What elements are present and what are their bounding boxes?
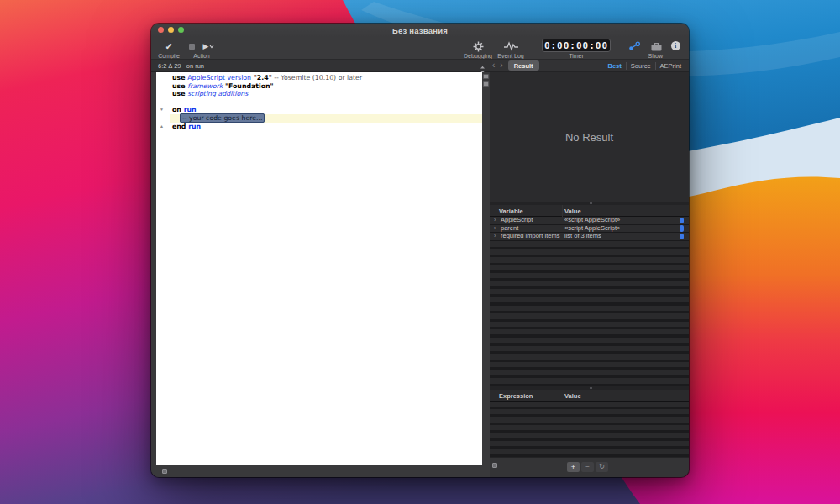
stop-icon[interactable] <box>189 44 195 50</box>
expressions-col-value[interactable]: Value <box>564 392 581 400</box>
code-line[interactable] <box>156 98 482 107</box>
empty-table-row <box>490 249 689 257</box>
empty-table-row <box>490 362 689 370</box>
empty-table-row <box>490 281 689 290</box>
variable-value: «script AppleScript» <box>564 217 620 224</box>
variable-name: required import items <box>501 233 559 240</box>
code-token: "2.4" <box>251 74 272 81</box>
empty-table-row <box>490 402 689 409</box>
empty-table-row <box>490 289 689 297</box>
mode-aeprint[interactable]: AEPrint <box>655 62 685 70</box>
close-button[interactable] <box>158 27 164 33</box>
code-line[interactable]: end run <box>156 123 482 131</box>
result-display: No Result <box>490 72 689 202</box>
code-token: AppleScript version <box>187 74 251 81</box>
info-icon[interactable]: i <box>671 41 680 50</box>
history-forward-icon[interactable]: › <box>497 62 505 69</box>
empty-table-row <box>490 322 689 330</box>
empty-table-row <box>490 370 689 378</box>
empty-table-row <box>490 338 689 346</box>
title-bar[interactable]: Без названия <box>151 24 689 37</box>
value-detail-button[interactable] <box>680 234 684 240</box>
debugging-gear-icon[interactable] <box>473 41 484 52</box>
chevron-down-icon <box>209 45 214 49</box>
expressions-footer: + − ↻ <box>490 457 689 477</box>
disclosure-icon[interactable]: › <box>494 217 496 224</box>
empty-table-row <box>490 425 689 433</box>
code-token: run <box>188 123 201 130</box>
debugging-label: Debugging <box>464 53 492 59</box>
code-line[interactable]: use framework "Foundation" <box>156 82 482 91</box>
remove-expression-button[interactable]: − <box>581 462 594 472</box>
result-mode-switch: BestSourceAEPrint <box>604 60 685 71</box>
code-editor[interactable]: ▼▲ use AppleScript version "2.4" -- Yose… <box>156 72 482 465</box>
editor-bottom-bar <box>151 465 490 477</box>
split-editor-icon[interactable] <box>162 469 167 474</box>
pane-resize-icon[interactable] <box>492 463 497 468</box>
no-result-text: No Result <box>565 131 613 144</box>
empty-table-row <box>490 257 689 265</box>
variable-name: AppleScript <box>501 217 533 224</box>
empty-table-row <box>490 241 689 249</box>
scrollbar-mark-icon[interactable] <box>483 74 489 79</box>
empty-table-row <box>490 306 689 314</box>
event-log-waveform-icon[interactable] <box>504 41 518 51</box>
variables-col-variable[interactable]: Variable <box>499 207 523 215</box>
tab-result[interactable]: Result <box>508 60 539 71</box>
code-token: -- Yosemite (10.10) or later <box>272 74 362 81</box>
empty-table-row <box>490 433 689 441</box>
mode-best[interactable]: Best <box>604 62 626 70</box>
disclosure-icon[interactable]: › <box>494 233 496 240</box>
empty-table-row <box>490 265 689 274</box>
empty-table-row <box>490 273 689 281</box>
zoom-button[interactable] <box>178 27 184 33</box>
variable-value: list of 3 items <box>564 233 601 240</box>
compile-icon[interactable]: ✓ <box>165 41 172 51</box>
code-line[interactable]: -- your code goes here... <box>170 114 482 123</box>
scrollbar-mark-icon[interactable] <box>483 81 489 87</box>
code-line[interactable]: use AppleScript version "2.4" -- Yosemit… <box>156 74 482 82</box>
briefcase-icon[interactable] <box>651 42 662 51</box>
code-lines: use AppleScript version "2.4" -- Yosemit… <box>156 74 482 130</box>
variable-value: «script AppleScript» <box>564 225 620 233</box>
editor-scrollbar[interactable] <box>482 72 490 465</box>
refresh-expressions-button[interactable]: ↻ <box>596 462 608 472</box>
mode-source[interactable]: Source <box>626 62 655 70</box>
code-token: framework <box>187 82 223 90</box>
empty-table-row <box>490 354 689 362</box>
value-detail-button[interactable] <box>680 225 684 232</box>
variables-col-value[interactable]: Value <box>564 207 581 215</box>
script-debugger-window: Без названия ✓ Compile ▶ Action Debuggin… <box>151 24 689 477</box>
code-token: use <box>172 74 187 81</box>
selected-text: -- your code goes here... <box>180 113 265 123</box>
code-line[interactable]: use scripting additions <box>156 90 482 98</box>
empty-table-row <box>490 409 689 417</box>
toolbar: ✓ Compile ▶ Action Debugging Event Log <box>151 37 689 59</box>
table-row[interactable]: ›required import itemslist of 3 items <box>490 233 689 241</box>
result-pane: No Result Variable Value ›AppleScript«sc… <box>490 72 689 477</box>
disclosure-icon[interactable]: › <box>494 225 496 233</box>
code-token: scripting additions <box>187 90 248 97</box>
empty-table-row <box>490 441 689 449</box>
variable-name: parent <box>501 225 518 233</box>
expressions-col-expression[interactable]: Expression <box>499 392 533 400</box>
empty-table-row <box>490 297 689 306</box>
timer-label: Timer <box>569 53 584 59</box>
editor-gutter: ▼▲ <box>156 72 170 465</box>
code-token: "Foundation" <box>223 82 273 90</box>
run-button[interactable]: ▶ <box>203 42 215 50</box>
empty-table-row <box>490 378 689 386</box>
play-icon: ▶ <box>203 42 209 50</box>
code-token: use <box>172 82 187 90</box>
value-detail-button[interactable] <box>680 218 684 224</box>
history-back-icon[interactable]: ‹ <box>490 62 497 69</box>
empty-table-row <box>490 449 689 456</box>
empty-table-row <box>490 417 689 425</box>
add-expression-button[interactable]: + <box>567 462 580 472</box>
empty-table-row <box>490 313 689 322</box>
show-variables-icon[interactable] <box>628 41 641 51</box>
expressions-table-header: Expression Value <box>490 390 689 402</box>
empty-table-row <box>490 329 689 338</box>
editor-status-bar: 6:2 ∆ 29 on run <box>151 60 490 71</box>
minimize-button[interactable] <box>168 27 174 33</box>
